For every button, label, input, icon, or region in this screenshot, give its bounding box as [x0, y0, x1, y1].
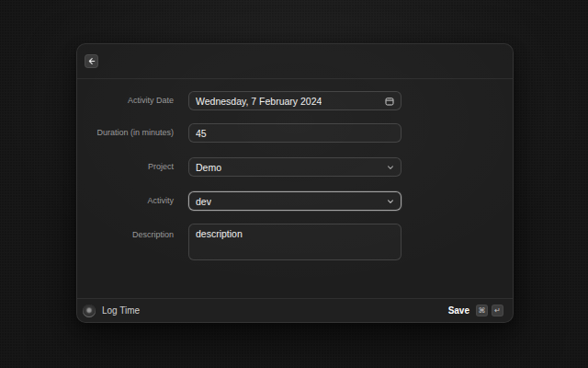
save-label: Save: [448, 305, 469, 316]
form-row-activity: Activity dev: [77, 191, 513, 211]
form-row-project: Project Demo: [77, 157, 513, 177]
chevron-down-icon: [387, 198, 394, 205]
activity-select[interactable]: dev: [188, 191, 401, 211]
duration-label: Duration (in minutes): [77, 123, 174, 143]
activity-date-label: Activity Date: [77, 91, 174, 110]
activity-label: Activity: [77, 191, 174, 211]
arrow-left-icon: [87, 57, 96, 65]
window-footer: Log Time Save ⌘ ↵: [77, 298, 513, 322]
project-select[interactable]: Demo: [188, 157, 401, 177]
return-key-icon: ↵: [492, 305, 503, 316]
activity-value: dev: [196, 196, 211, 207]
form-row-duration: Duration (in minutes): [77, 123, 513, 143]
window-header: [77, 44, 513, 79]
command-key-icon: ⌘: [476, 305, 488, 316]
log-time-window: Activity Date Wednesday, 7 February 2024…: [76, 43, 514, 323]
activity-date-value: Wednesday, 7 February 2024: [196, 96, 322, 107]
duration-input[interactable]: [188, 123, 401, 143]
back-button[interactable]: [85, 54, 98, 68]
project-value: Demo: [196, 162, 221, 173]
chevron-down-icon: [387, 164, 394, 171]
calendar-icon: [385, 97, 394, 106]
description-textarea[interactable]: description: [188, 224, 401, 260]
form-row-description: Description description: [77, 224, 513, 260]
form-row-activity-date: Activity Date Wednesday, 7 February 2024: [77, 91, 513, 110]
save-button[interactable]: Save ⌘ ↵: [448, 305, 503, 316]
activity-date-field[interactable]: Wednesday, 7 February 2024: [188, 91, 401, 110]
footer-title: Log Time: [102, 305, 140, 316]
log-time-app-icon: [83, 305, 96, 317]
description-label: Description: [77, 229, 174, 240]
project-label: Project: [77, 157, 174, 177]
